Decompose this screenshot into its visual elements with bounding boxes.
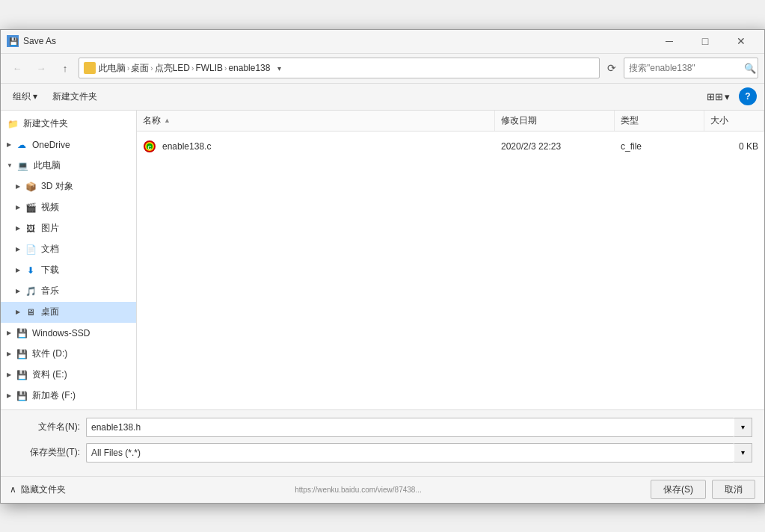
sidebar-item-downloads-label: 下载 bbox=[41, 264, 59, 276]
col-header-name[interactable]: 名称 ▲ bbox=[137, 111, 495, 131]
sidebar-item-onedrive[interactable]: ▶ ☁ OneDrive bbox=[1, 134, 136, 155]
sidebar-item-this-pc[interactable]: ▼ 💻 此电脑 bbox=[1, 155, 136, 176]
cancel-button[interactable]: 取消 bbox=[712, 480, 755, 499]
filename-dropdown-button[interactable]: ▾ bbox=[734, 418, 752, 437]
new-folder-button[interactable]: 新建文件夹 bbox=[48, 86, 102, 107]
refresh-button[interactable]: ⟳ bbox=[603, 58, 621, 78]
expand-arrow-this-pc: ▼ bbox=[7, 162, 13, 169]
filename-wrapper: ▾ bbox=[86, 418, 752, 437]
dialog-title: Save As bbox=[23, 36, 652, 46]
sidebar-item-desktop[interactable]: ▶ 🖥 桌面 bbox=[1, 302, 136, 323]
new-vol-f-icon: 💾 bbox=[16, 390, 28, 402]
file-list-header: 名称 ▲ 修改日期 类型 大小 bbox=[137, 111, 764, 132]
expand-arrow-soft-d: ▶ bbox=[7, 350, 11, 357]
search-input[interactable] bbox=[629, 63, 741, 73]
soft-d-icon: 💾 bbox=[16, 348, 28, 360]
maximize-button[interactable]: □ bbox=[688, 29, 722, 53]
file-name-label: enable138.c bbox=[162, 141, 211, 152]
onedrive-icon: ☁ bbox=[16, 139, 28, 151]
sidebar-item-soft-d[interactable]: ▶ 💾 软件 (D:) bbox=[1, 344, 136, 365]
expand-arrow-onedrive: ▶ bbox=[7, 141, 11, 148]
expand-arrow-3d: ▶ bbox=[16, 183, 20, 190]
col-header-size[interactable]: 大小 bbox=[704, 111, 764, 131]
sidebar: 📁 新建文件夹 ▶ ☁ OneDrive ▼ 💻 此电脑 ▶ 📦 3D 对象 bbox=[1, 111, 137, 409]
sidebar-item-3d-label: 3D 对象 bbox=[41, 180, 73, 193]
minimize-button[interactable]: ─ bbox=[652, 29, 686, 53]
sidebar-item-documents[interactable]: ▶ 📄 文档 bbox=[1, 239, 136, 260]
sidebar-item-music[interactable]: ▶ 🎵 音乐 bbox=[1, 281, 136, 302]
view-icon: ⊞⊞ bbox=[707, 91, 723, 102]
address-dropdown-button[interactable]: ▾ bbox=[273, 58, 285, 78]
filetype-label: 保存类型(T): bbox=[13, 446, 80, 459]
title-bar: 💾 Save As ─ □ ✕ bbox=[1, 30, 764, 54]
dialog-icon: 💾 bbox=[7, 35, 19, 47]
sidebar-item-pictures[interactable]: ▶ 🖼 图片 bbox=[1, 218, 136, 239]
breadcrumb-current[interactable]: enable138 bbox=[228, 63, 270, 73]
back-button[interactable]: ← bbox=[7, 58, 28, 78]
sidebar-item-data-e[interactable]: ▶ 💾 资料 (E:) bbox=[1, 365, 136, 386]
sidebar-item-desktop-label: 桌面 bbox=[41, 306, 59, 318]
sidebar-item-documents-label: 文档 bbox=[41, 243, 59, 256]
breadcrumb: 此电脑 › 桌面 › 点亮LED › FWLIB › enable138 bbox=[99, 62, 270, 75]
data-e-icon: 💾 bbox=[16, 369, 28, 381]
address-bar[interactable]: 此电脑 › 桌面 › 点亮LED › FWLIB › enable138 ▾ bbox=[79, 58, 600, 78]
breadcrumb-this-pc[interactable]: 此电脑 bbox=[99, 62, 126, 75]
search-icon[interactable]: 🔍 bbox=[744, 63, 756, 74]
file-item-enable138c[interactable]: C enable138.c 2020/2/3 22:23 c_file 0 KB bbox=[137, 134, 764, 158]
filetype-wrapper: ▾ bbox=[86, 443, 752, 463]
hide-folder-button[interactable]: ∧ 隐藏文件夹 bbox=[10, 483, 66, 496]
filetype-dropdown-button[interactable]: ▾ bbox=[734, 443, 752, 463]
breadcrumb-fwlib[interactable]: FWLIB bbox=[195, 63, 223, 73]
file-size-value: 0 KB bbox=[739, 141, 758, 152]
close-button[interactable]: ✕ bbox=[724, 29, 758, 53]
sidebar-item-music-label: 音乐 bbox=[41, 285, 59, 297]
save-as-dialog: 💾 Save As ─ □ ✕ ← → ↑ 此电脑 › 桌面 › 点亮LED ›… bbox=[0, 29, 765, 504]
sort-arrow: ▲ bbox=[164, 117, 170, 124]
footer-url: https://wenku.baidu.com/view/87438... bbox=[295, 486, 422, 494]
expand-arrow-data-e: ▶ bbox=[7, 371, 11, 378]
sidebar-item-3d-objects[interactable]: ▶ 📦 3D 对象 bbox=[1, 176, 136, 197]
3d-icon: 📦 bbox=[25, 181, 37, 193]
expand-arrow-documents: ▶ bbox=[16, 246, 20, 253]
sidebar-item-videos[interactable]: ▶ 🎬 视频 bbox=[1, 197, 136, 218]
organize-button[interactable]: 组织 ▾ bbox=[8, 86, 42, 107]
winssd-icon: 💾 bbox=[16, 327, 28, 339]
view-button[interactable]: ⊞⊞ ▾ bbox=[704, 86, 733, 107]
expand-arrow-desktop: ▶ bbox=[16, 309, 20, 315]
sidebar-item-new-folder[interactable]: 📁 新建文件夹 bbox=[1, 114, 136, 134]
sidebar-item-downloads[interactable]: ▶ ⬇ 下载 bbox=[1, 260, 136, 281]
window-controls: ─ □ ✕ bbox=[652, 29, 758, 53]
col-header-date[interactable]: 修改日期 bbox=[495, 111, 615, 131]
filename-input[interactable] bbox=[86, 418, 734, 437]
documents-icon: 📄 bbox=[25, 244, 37, 256]
forward-button[interactable]: → bbox=[31, 58, 52, 78]
file-type-cell: c_file bbox=[615, 141, 704, 152]
view-dropdown-arrow: ▾ bbox=[725, 91, 730, 102]
sidebar-item-soft-d-label: 软件 (D:) bbox=[32, 347, 67, 360]
col-size-label: 大小 bbox=[710, 114, 728, 127]
action-bar: 组织 ▾ 新建文件夹 ⊞⊞ ▾ ? bbox=[1, 84, 764, 111]
col-header-type[interactable]: 类型 bbox=[615, 111, 704, 131]
videos-icon: 🎬 bbox=[25, 202, 37, 214]
new-folder-icon: 📁 bbox=[7, 118, 19, 130]
breadcrumb-desktop[interactable]: 桌面 bbox=[131, 62, 149, 75]
filetype-input[interactable] bbox=[86, 443, 734, 463]
new-folder-label: 新建文件夹 bbox=[52, 91, 97, 102]
music-icon: 🎵 bbox=[25, 285, 37, 297]
pictures-icon: 🖼 bbox=[25, 223, 37, 235]
help-button[interactable]: ? bbox=[739, 87, 757, 105]
sidebar-item-new-vol-f[interactable]: ▶ 💾 新加卷 (F:) bbox=[1, 386, 136, 406]
sidebar-item-windows-ssd[interactable]: ▶ 💾 Windows-SSD bbox=[1, 323, 136, 344]
up-button[interactable]: ↑ bbox=[55, 58, 76, 78]
sidebar-item-winssd-label: Windows-SSD bbox=[32, 328, 90, 338]
col-type-label: 类型 bbox=[621, 114, 639, 127]
toolbar: ← → ↑ 此电脑 › 桌面 › 点亮LED › FWLIB › enable1… bbox=[1, 54, 764, 84]
save-button[interactable]: 保存(S) bbox=[651, 480, 706, 499]
breadcrumb-led[interactable]: 点亮LED bbox=[155, 62, 190, 75]
folder-icon bbox=[84, 62, 96, 74]
file-size-cell: 0 KB bbox=[704, 141, 764, 152]
filetype-row: 保存类型(T): ▾ bbox=[13, 443, 752, 463]
expand-arrow-music: ▶ bbox=[16, 288, 20, 294]
sidebar-item-data-e-label: 资料 (E:) bbox=[32, 368, 67, 381]
col-date-label: 修改日期 bbox=[501, 114, 537, 127]
